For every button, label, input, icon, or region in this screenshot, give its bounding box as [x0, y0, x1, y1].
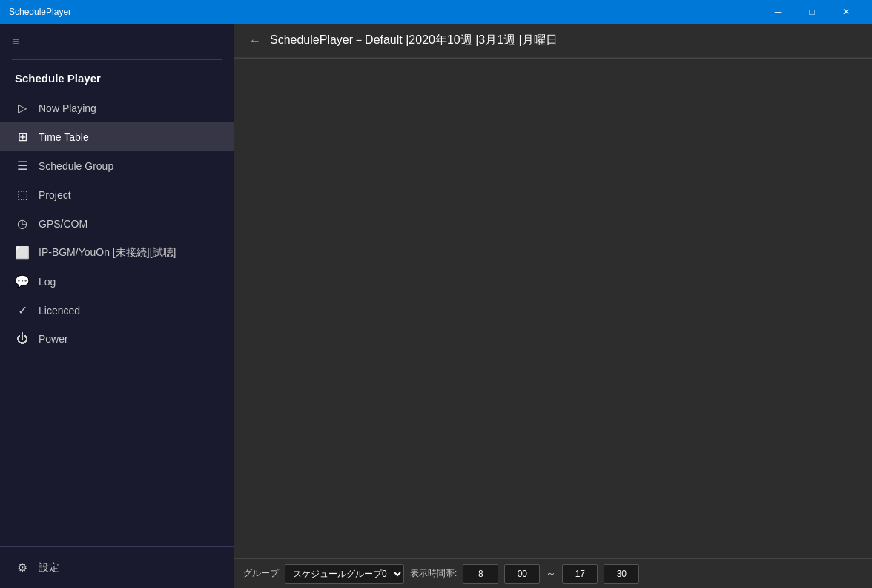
- close-button[interactable]: ✕: [829, 0, 863, 24]
- timetable-container: [234, 58, 872, 558]
- sidebar-item-log[interactable]: 💬 Log: [0, 267, 234, 296]
- end-hour-input[interactable]: [562, 564, 598, 584]
- sidebar-item-licenced[interactable]: ✓ Licenced: [0, 296, 234, 325]
- nav-icon-ip-bgm: ⬜: [15, 245, 30, 260]
- content: ← SchedulePlayer－Default |2020年10週 |3月1週…: [234, 24, 872, 588]
- nav-item-settings[interactable]: ⚙ 設定: [0, 553, 234, 582]
- nav-icon-time-table: ⊞: [15, 130, 30, 144]
- nav-icon-now-playing: ▷: [15, 101, 30, 115]
- settings-label: 設定: [39, 561, 59, 575]
- titlebar-controls: ─ □ ✕: [761, 0, 863, 24]
- hamburger-icon[interactable]: ≡: [12, 34, 20, 50]
- nav-icon-log: 💬: [15, 274, 30, 288]
- nav-icon-licenced: ✓: [15, 303, 30, 317]
- nav-label-power: Power: [39, 333, 68, 345]
- nav-label-gps-com: GPS/COM: [39, 218, 87, 230]
- sidebar-item-ip-bgm[interactable]: ⬜ IP-BGM/YouOn [未接続][試聴]: [0, 238, 234, 267]
- end-min-input[interactable]: [604, 564, 639, 584]
- back-button[interactable]: ←: [249, 34, 261, 47]
- content-header: ← SchedulePlayer－Default |2020年10週 |3月1週…: [234, 24, 872, 58]
- main-layout: ≡ Schedule Player ▷ Now Playing ⊞ Time T…: [0, 24, 872, 588]
- nav-icon-project: ⬚: [15, 188, 30, 202]
- nav-label-now-playing: Now Playing: [39, 102, 96, 114]
- sidebar-item-schedule-group[interactable]: ☰ Schedule Group: [0, 151, 234, 180]
- timetable-scroll[interactable]: [234, 59, 872, 558]
- minimize-button[interactable]: ─: [761, 0, 795, 24]
- group-label: グループ: [243, 567, 279, 580]
- settings-icon: ⚙: [15, 561, 30, 575]
- start-min-input[interactable]: [504, 564, 540, 584]
- nav-label-project: Project: [39, 189, 71, 201]
- start-hour-input[interactable]: [463, 564, 498, 584]
- titlebar: SchedulePlayer ─ □ ✕: [0, 0, 872, 24]
- sidebar-nav: ▷ Now Playing ⊞ Time Table ☰ Schedule Gr…: [0, 93, 234, 546]
- grid-area: [288, 59, 872, 558]
- nav-label-schedule-group: Schedule Group: [39, 160, 113, 172]
- maximize-button[interactable]: □: [795, 0, 829, 24]
- sidebar-item-power[interactable]: ⏻ Power: [0, 325, 234, 353]
- nav-label-time-table: Time Table: [39, 131, 89, 143]
- sidebar: ≡ Schedule Player ▷ Now Playing ⊞ Time T…: [0, 24, 234, 588]
- nav-icon-gps-com: ◷: [15, 217, 30, 231]
- titlebar-title: SchedulePlayer: [9, 7, 71, 17]
- sidebar-app-title: Schedule Player: [0, 60, 234, 93]
- nav-icon-power: ⏻: [15, 332, 30, 346]
- nav-label-log: Log: [39, 276, 56, 288]
- sidebar-item-gps-com[interactable]: ◷ GPS/COM: [0, 209, 234, 238]
- nav-label-licenced: Licenced: [39, 305, 80, 317]
- sidebar-item-time-table[interactable]: ⊞ Time Table: [0, 122, 234, 151]
- group-select[interactable]: スケジュールグループ0: [285, 564, 404, 584]
- sidebar-item-now-playing[interactable]: ▷ Now Playing: [0, 93, 234, 122]
- bottom-bar: グループ スケジュールグループ0 表示時間帯: ～: [234, 558, 872, 588]
- page-title: SchedulePlayer－Default |2020年10週 |3月1週 |…: [270, 33, 558, 48]
- sidebar-bottom: ⚙ 設定: [0, 546, 234, 588]
- nav-label-ip-bgm: IP-BGM/YouOn [未接続][試聴]: [39, 246, 176, 260]
- tilde-separator: ～: [546, 567, 556, 581]
- nav-icon-schedule-group: ☰: [15, 159, 30, 173]
- time-axis: [234, 59, 288, 558]
- sidebar-item-project[interactable]: ⬚ Project: [0, 180, 234, 209]
- sidebar-header: ≡: [0, 24, 234, 59]
- time-range-label: 表示時間帯:: [410, 567, 457, 580]
